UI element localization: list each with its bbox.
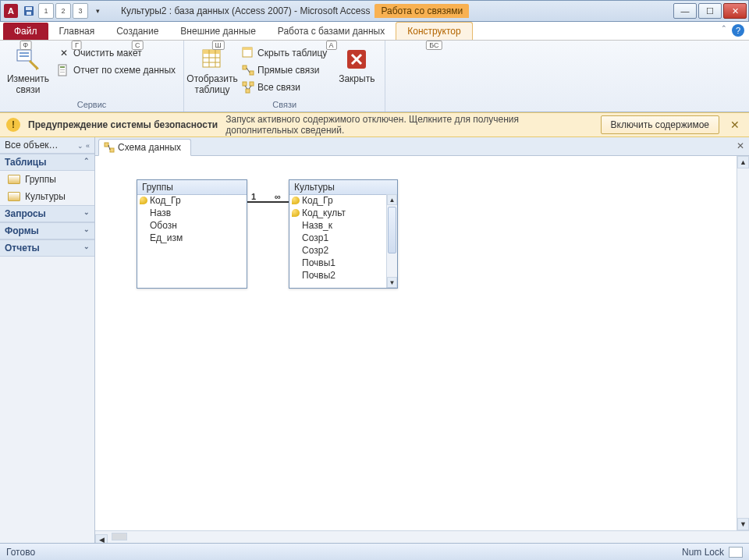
ribbon-group-service: Изменить связи ✕ Очистить макет Отчет по… bbox=[0, 41, 184, 112]
status-ready: Готово bbox=[6, 547, 35, 558]
schema-table-cultures-body: Код_Гр Код_культ Назв_к Созр1 Созр2 Почв… bbox=[289, 194, 386, 288]
table-scrollbar[interactable]: ▲ ▼ bbox=[386, 194, 397, 288]
nav-item-groups[interactable]: Группы bbox=[0, 171, 94, 188]
ribbon-tabs: Файл Ф Главная Г Создание С Внешние данн… bbox=[0, 22, 749, 41]
field-sozr2[interactable]: Созр2 bbox=[289, 244, 386, 257]
edit-relations-label: Изменить связи bbox=[6, 73, 50, 96]
tab-file[interactable]: Файл Ф bbox=[3, 23, 48, 40]
schema-table-groups[interactable]: Группы Код_Гр Назв Обозн Ед_изм bbox=[137, 179, 247, 289]
clear-layout-icon: ✕ bbox=[58, 47, 70, 59]
qat-save-icon[interactable] bbox=[21, 3, 37, 19]
tab-external-data[interactable]: Внешние данные Ш bbox=[169, 23, 267, 40]
tab-file-label: Файл bbox=[14, 26, 37, 37]
field-nazv-k[interactable]: Назв_к bbox=[289, 219, 386, 232]
schema-table-groups-body: Код_Гр Назв Обозн Ед_изм bbox=[137, 194, 247, 288]
canvas-vertical-scrollbar[interactable]: ▲ ▼ bbox=[737, 156, 749, 530]
enable-content-button[interactable]: Включить содержимое bbox=[601, 115, 719, 134]
direct-relations-button[interactable]: Прямые связи bbox=[239, 62, 330, 78]
security-warning-bar: ! Предупреждение системы безопасности За… bbox=[0, 112, 749, 137]
svg-line-20 bbox=[247, 68, 250, 73]
document-tabs: Схема данных ✕ bbox=[95, 137, 749, 156]
scroll-left-icon[interactable]: ◀ bbox=[95, 534, 108, 544]
nav-item-cultures[interactable]: Культуры bbox=[0, 188, 94, 205]
security-close-button[interactable]: ✕ bbox=[727, 119, 743, 131]
nav-section-forms[interactable]: Формы ⌄ bbox=[0, 222, 94, 239]
window-controls: — ☐ ✕ bbox=[672, 3, 747, 19]
nav-collapse-icon[interactable]: « bbox=[86, 142, 90, 150]
qat-customize-icon[interactable]: ▾ bbox=[90, 3, 105, 19]
relationships-canvas[interactable]: 1 ∞ Группы Код_Гр Назв Обозн Ед_изм Куль… bbox=[95, 156, 749, 543]
qat-slot-2[interactable]: 2 bbox=[55, 3, 71, 19]
contextual-tab-title: Работа со связями bbox=[374, 4, 469, 18]
nav-header[interactable]: Все объек… ⌄ « bbox=[0, 137, 94, 154]
nav-section-forms-label: Формы bbox=[5, 225, 39, 236]
tab-external-label: Внешние данные bbox=[180, 26, 256, 37]
hide-table-button[interactable]: Скрыть таблицу bbox=[239, 45, 330, 61]
doc-tab-close-button[interactable]: ✕ bbox=[737, 140, 744, 151]
tab-dbtools-label: Работа с базами данных bbox=[278, 26, 385, 37]
maximize-button[interactable]: ☐ bbox=[698, 3, 722, 19]
schema-table-cultures-title: Культуры bbox=[289, 180, 397, 195]
app-icon[interactable]: A bbox=[4, 4, 18, 18]
tab-create-label: Создание bbox=[116, 26, 158, 37]
svg-rect-1 bbox=[26, 7, 32, 10]
schema-table-cultures[interactable]: Культуры Код_Гр Код_культ Назв_к Созр1 С… bbox=[289, 179, 398, 289]
close-design-button[interactable]: Закрыть bbox=[333, 45, 380, 86]
view-button-1[interactable] bbox=[729, 547, 743, 558]
chevron-down-icon: ⌄ bbox=[83, 208, 90, 219]
ribbon-collapse-icon[interactable]: ⌃ bbox=[721, 24, 727, 37]
edit-relations-button[interactable]: Изменить связи bbox=[5, 45, 51, 97]
tab-design[interactable]: Конструктор БС bbox=[396, 22, 472, 40]
svg-rect-28 bbox=[110, 148, 114, 152]
nav-section-reports[interactable]: Отчеты ⌄ bbox=[0, 239, 94, 257]
hide-table-label: Скрыть таблицу bbox=[257, 48, 327, 58]
schema-report-button[interactable]: Отчет по схеме данных bbox=[55, 62, 179, 78]
qat-slot-3[interactable]: 3 bbox=[73, 3, 88, 19]
field-ed-izm[interactable]: Ед_изм bbox=[137, 232, 247, 244]
keytip-create: С bbox=[132, 41, 144, 50]
all-relations-button[interactable]: Все связи bbox=[239, 80, 330, 95]
field-obozn[interactable]: Обозн bbox=[137, 219, 247, 232]
nav-section-queries[interactable]: Запросы ⌄ bbox=[0, 205, 94, 222]
help-icon[interactable]: ? bbox=[732, 24, 744, 37]
relationship-line[interactable] bbox=[247, 201, 289, 203]
qat-slot-1[interactable]: 1 bbox=[38, 3, 54, 19]
scroll-thumb[interactable] bbox=[112, 533, 127, 541]
canvas-horizontal-scrollbar[interactable]: ◀ bbox=[95, 530, 749, 543]
field-nazv[interactable]: Назв bbox=[137, 207, 247, 219]
field-pochvy1[interactable]: Почвы1 bbox=[289, 257, 386, 269]
svg-rect-4 bbox=[20, 52, 29, 54]
svg-line-29 bbox=[108, 145, 110, 150]
scroll-thumb[interactable] bbox=[388, 207, 396, 253]
scroll-up-icon[interactable]: ▲ bbox=[737, 156, 749, 168]
hide-table-icon bbox=[242, 47, 254, 59]
tab-database-tools[interactable]: Работа с базами данных А bbox=[267, 23, 396, 40]
scroll-down-icon[interactable]: ▼ bbox=[737, 518, 749, 530]
minimize-button[interactable]: — bbox=[673, 3, 697, 19]
scroll-up-icon[interactable]: ▲ bbox=[387, 194, 397, 205]
nav-section-tables[interactable]: Таблицы ⌃ bbox=[0, 154, 94, 171]
tab-create[interactable]: Создание С bbox=[105, 23, 169, 40]
quick-access-toolbar: 1 2 3 ▾ bbox=[21, 3, 105, 19]
tab-home-label: Главная bbox=[59, 26, 95, 37]
field-kod-kult[interactable]: Код_культ bbox=[289, 207, 386, 219]
doc-tab-schema[interactable]: Схема данных bbox=[98, 139, 191, 156]
field-kod-gr-c[interactable]: Код_Гр bbox=[289, 194, 386, 207]
relationship-one-label: 1 bbox=[251, 192, 256, 201]
search-dropdown-icon[interactable]: ⌄ bbox=[77, 142, 83, 150]
tab-home[interactable]: Главная Г bbox=[48, 23, 106, 40]
field-sozr1[interactable]: Созр1 bbox=[289, 232, 386, 244]
close-icon bbox=[344, 47, 369, 72]
warning-icon: ! bbox=[6, 118, 20, 132]
scroll-down-icon[interactable]: ▼ bbox=[387, 277, 397, 288]
navigation-pane: Все объек… ⌄ « Таблицы ⌃ Группы Культуры… bbox=[0, 137, 95, 543]
svg-rect-2 bbox=[27, 12, 31, 15]
close-button[interactable]: ✕ bbox=[723, 3, 747, 19]
doc-tab-schema-label: Схема данных bbox=[118, 142, 181, 153]
document-area: Схема данных ✕ 1 ∞ Группы Код_Гр Назв Об… bbox=[95, 137, 749, 543]
show-table-label: Отобразить таблицу bbox=[186, 73, 237, 96]
field-kod-gr[interactable]: Код_Гр bbox=[137, 194, 247, 207]
show-table-button[interactable]: Отобразить таблицу bbox=[189, 45, 236, 97]
field-pochvy2[interactable]: Почвы2 bbox=[289, 269, 386, 282]
chevron-down-icon: ⌄ bbox=[83, 243, 90, 253]
